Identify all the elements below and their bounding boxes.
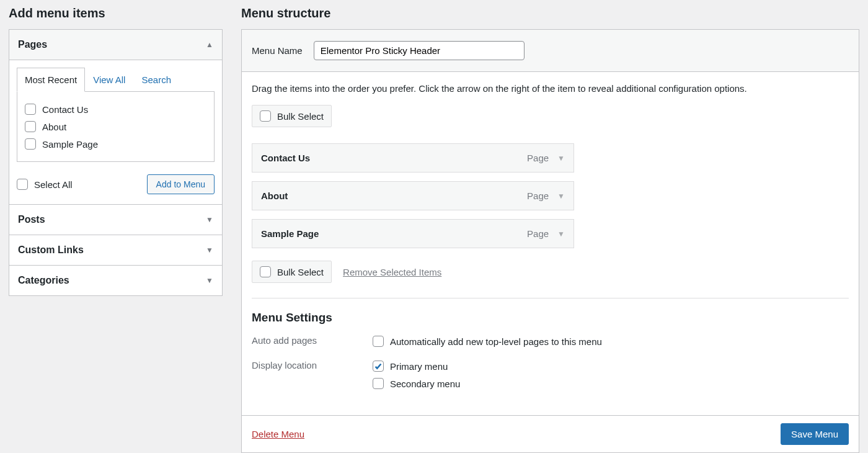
menu-panel: Menu Name Drag the items into the order … [241,29,859,453]
menu-item-type: Page [527,228,549,239]
page-item[interactable]: About [25,118,206,135]
menu-item[interactable]: Sample Page Page ▼ [252,219,574,248]
chevron-down-icon: ▼ [206,215,213,224]
accordion-header-pages[interactable]: Pages ▲ [9,30,222,60]
checkbox[interactable] [373,361,384,372]
chevron-down-icon[interactable]: ▼ [557,154,565,163]
checkbox[interactable] [25,138,36,150]
pages-panel: Most Recent View All Search Contact Us A… [9,60,222,204]
menu-name-label: Menu Name [252,45,303,56]
location-label: Secondary menu [390,379,460,389]
bulk-select-label: Bulk Select [277,267,324,277]
tab-most-recent[interactable]: Most Recent [17,68,85,92]
menu-item[interactable]: About Page ▼ [252,181,574,210]
save-menu-button[interactable]: Save Menu [781,423,849,445]
chevron-down-icon: ▼ [206,276,213,285]
page-item[interactable]: Contact Us [25,101,206,118]
checkbox[interactable] [373,336,384,347]
divider [252,298,849,298]
menu-name-input[interactable] [314,41,525,60]
menu-item-type: Page [527,191,549,201]
chevron-down-icon: ▼ [206,246,213,254]
page-item-label: About [42,122,66,132]
menu-item-title: Sample Page [261,228,319,239]
pages-tabs: Most Recent View All Search [17,68,215,92]
remove-selected-link[interactable]: Remove Selected Items [343,267,441,277]
auto-add-pages-text: Automatically add new top-level pages to… [390,336,602,347]
add-items-heading: Add menu items [9,6,223,20]
menu-item[interactable]: Contact Us Page ▼ [252,143,574,173]
chevron-down-icon[interactable]: ▼ [557,230,565,238]
menu-settings-heading: Menu Settings [252,311,849,325]
menu-body: Drag the items into the order you prefer… [242,72,859,415]
accordion-header-categories[interactable]: Categories ▼ [9,266,222,295]
delete-menu-link[interactable]: Delete Menu [252,429,304,439]
menu-footer: Delete Menu Save Menu [242,415,859,452]
auto-add-pages-option[interactable]: Automatically add new top-level pages to… [373,334,602,352]
auto-add-pages-label: Auto add pages [252,334,373,346]
menu-items-list: Contact Us Page ▼ About Page ▼ [252,143,574,248]
page-item-label: Sample Page [42,139,98,150]
accordion-label: Pages [18,39,47,50]
location-primary[interactable]: Primary menu [373,359,460,377]
accordion-label: Custom Links [18,244,84,256]
instructions-text: Drag the items into the order you prefer… [252,83,849,94]
checkbox[interactable] [260,110,271,122]
checkbox[interactable] [260,266,271,277]
accordion-header-custom-links[interactable]: Custom Links ▼ [9,235,222,265]
menu-item-type: Page [527,153,549,163]
select-all[interactable]: Select All [17,176,73,193]
pages-list: Contact Us About Sample Page [17,92,215,162]
accordion-header-posts[interactable]: Posts ▼ [9,205,222,235]
chevron-down-icon[interactable]: ▼ [557,192,565,200]
tab-search[interactable]: Search [133,68,179,92]
menu-structure-heading: Menu structure [241,6,859,20]
menu-item-title: Contact Us [261,153,310,163]
page-item[interactable]: Sample Page [25,135,206,153]
checkbox[interactable] [25,121,36,132]
checkbox[interactable] [25,104,36,115]
add-to-menu-button[interactable]: Add to Menu [147,174,215,194]
location-label: Primary menu [390,361,448,372]
menu-header: Menu Name [242,30,859,72]
menu-item-title: About [261,191,288,201]
accordion-label: Categories [18,275,69,286]
bulk-select-top[interactable]: Bulk Select [252,105,332,127]
checkbox[interactable] [17,179,28,190]
location-secondary[interactable]: Secondary menu [373,377,460,394]
bulk-select-bottom[interactable]: Bulk Select [252,261,332,283]
chevron-up-icon: ▲ [206,40,213,49]
bulk-select-label: Bulk Select [277,111,324,122]
select-all-label: Select All [34,179,73,190]
add-items-accordion: Pages ▲ Most Recent View All Search Cont… [9,29,223,296]
checkbox[interactable] [373,378,384,389]
accordion-label: Posts [18,214,45,225]
tab-view-all[interactable]: View All [85,68,133,92]
page-item-label: Contact Us [42,104,88,115]
display-location-label: Display location [252,359,373,370]
